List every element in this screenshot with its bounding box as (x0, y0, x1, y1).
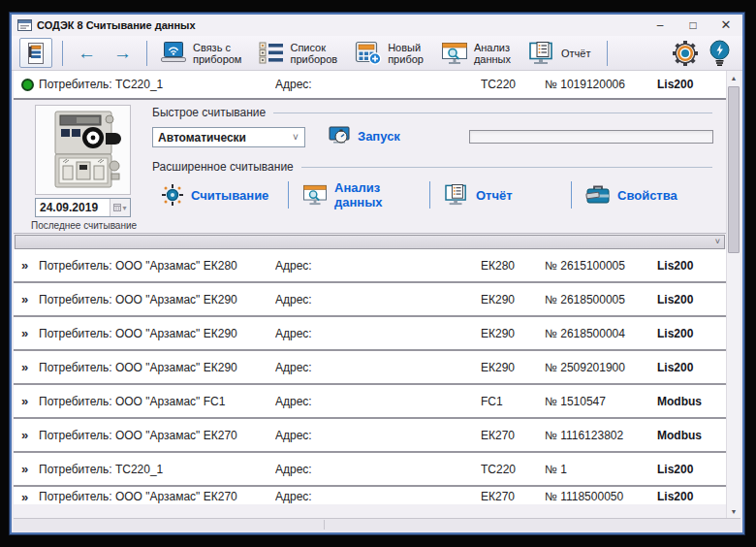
report-list-icon (27, 43, 45, 64)
start-button[interactable]: Запуск (329, 126, 400, 145)
report-icon (444, 184, 469, 206)
analysis-action-label: Анализ данных (334, 180, 429, 209)
collapse-expander-strip[interactable]: ˅ (15, 235, 725, 249)
read-action-button[interactable]: Считывание (147, 183, 288, 207)
toolbar-separator (62, 41, 63, 66)
device-row[interactable]: » Потребитель: ООО "Арзамас" ЕК290 Адрес… (14, 317, 726, 351)
device-row[interactable]: » Потребитель: ТС220_1 Адрес: ТС220 № 1 … (14, 453, 726, 487)
settings-gear-button[interactable] (672, 40, 699, 67)
toolbar-separator (607, 41, 608, 66)
analysis-button[interactable]: Анализ данных (433, 40, 520, 67)
consumer-name: Потребитель: ТС220_1 (39, 463, 275, 476)
last-reading-date: 24.09.2019 (36, 201, 110, 214)
device-row[interactable]: » Потребитель: ООО "Арзамас" FC1 Адрес: … (14, 385, 726, 419)
device-type: ЕК270 (481, 487, 545, 503)
report-menu-button[interactable] (19, 38, 52, 68)
last-reading-date-field[interactable]: 24.09.2019 ▾ (35, 198, 131, 217)
title-bar: СОДЭК 8 Считывание данных – □ ✕ (12, 15, 742, 36)
report-action-button[interactable]: Отчёт (430, 184, 571, 206)
address-label: Адрес: (275, 327, 481, 340)
device-type: ЕК290 (481, 361, 545, 374)
row-chevron-icon: » (21, 360, 39, 374)
report-icon (528, 42, 555, 65)
scroll-down-button[interactable]: ▼ (727, 504, 740, 519)
protocol: Lis200 (657, 487, 726, 503)
address-label: Адрес: (275, 395, 481, 408)
toolbar-right-group (672, 40, 739, 67)
address-label: Адрес: (275, 361, 481, 374)
scroll-up-button[interactable]: ▲ (727, 71, 740, 85)
laptop-wifi-icon (161, 42, 187, 64)
device-list-icon (259, 42, 284, 64)
device-row[interactable]: » Потребитель: ООО "Арзамас" ЕК290 Адрес… (14, 351, 726, 385)
serial-number: № 2615100005 (545, 259, 657, 273)
connection-button[interactable]: Связь с прибором (153, 40, 251, 67)
help-bulb-button[interactable] (709, 40, 731, 67)
consumer-name: Потребитель: ООО "Арзамас" ЕК270 (39, 429, 275, 442)
address-label: Адрес: (275, 259, 481, 273)
consumer-name: Потребитель: ООО "Арзамас" ЕК270 (39, 487, 275, 503)
address-label: Адрес: (275, 78, 481, 91)
device-row[interactable]: » Потребитель: ООО "Арзамас" ЕК280 Адрес… (14, 249, 726, 283)
consumer-name: Потребитель: ООО "Арзамас" ЕК280 (39, 259, 275, 273)
vertical-scrollbar[interactable]: ▲ ▼ (726, 71, 740, 519)
device-row[interactable]: » Потребитель: ООО "Арзамас" ЕК270 Адрес… (14, 487, 726, 504)
new-device-button[interactable]: Новый прибор (347, 39, 433, 67)
maximize-button[interactable]: □ (677, 15, 709, 36)
connection-label: Связь с прибором (193, 42, 241, 65)
properties-action-button[interactable]: Свойства (572, 184, 712, 206)
analysis-action-button[interactable]: Анализ данных (289, 180, 429, 209)
device-type: ТС220 (481, 463, 545, 476)
row-chevron-icon: » (21, 487, 39, 504)
row-chevron-icon: » (21, 394, 39, 408)
extended-actions-row: Считывание (147, 179, 712, 210)
serial-number: № 1116123802 (545, 429, 657, 442)
close-button[interactable]: ✕ (709, 15, 742, 36)
calendar-icon (113, 204, 121, 211)
main-toolbar: ← → Связь с прибором (12, 36, 742, 71)
chevron-down-icon: ˅ (715, 236, 720, 248)
protocol: Lis200 (657, 293, 726, 306)
address-label: Адрес: (275, 487, 481, 503)
device-photo (35, 105, 131, 195)
serial-number: № 2509201900 (545, 361, 657, 374)
device-row[interactable]: » Потребитель: ООО "Арзамас" ЕК290 Адрес… (14, 283, 726, 317)
analysis-label: Анализ данных (474, 42, 511, 65)
protocol: Lis200 (657, 327, 726, 340)
chevron-down-icon: ˅ (287, 132, 304, 143)
minimize-button[interactable]: – (644, 15, 677, 36)
protocol: Modbus (657, 429, 726, 442)
device-type: ЕК290 (481, 293, 545, 306)
row-chevron-icon: » (21, 462, 39, 476)
device-row[interactable]: » Потребитель: ООО "Арзамас" ЕК270 Адрес… (14, 419, 726, 453)
forward-button[interactable]: → (105, 39, 141, 67)
device-panel-column: Потребитель: ТС220_1 Адрес: ТС220 № 1019… (14, 71, 726, 519)
report-button[interactable]: Отчёт (520, 40, 600, 67)
device-list-button[interactable]: Список приборов (251, 40, 347, 67)
device-list: » Потребитель: ООО "Арзамас" ЕК280 Адрес… (14, 249, 726, 504)
content-area: Потребитель: ТС220_1 Адрес: ТС220 № 1019… (14, 71, 740, 531)
toolbar-separator (146, 41, 147, 66)
serial-number: № 2618500004 (545, 327, 657, 340)
start-monitor-icon (329, 126, 352, 145)
status-bar (14, 518, 740, 531)
device-detail-panel: 24.09.2019 ▾ Последнее считывание Быстро… (14, 100, 726, 234)
consumer-name: Потребитель: ТС220_1 (39, 78, 275, 91)
reading-mode-select[interactable]: Автоматически ˅ (152, 127, 305, 147)
analysis-icon (441, 42, 468, 65)
status-bar-divider (324, 520, 325, 530)
serial-number: № 2618500005 (545, 293, 657, 306)
serial-number: № 1019120006 (545, 78, 657, 91)
selected-consumer-row[interactable]: Потребитель: ТС220_1 Адрес: ТС220 № 1019… (14, 71, 726, 100)
extended-reading-group: Расширенное считывание (152, 160, 712, 174)
address-label: Адрес: (275, 429, 481, 442)
device-type: ЕК290 (481, 327, 545, 340)
protocol: Lis200 (657, 259, 726, 273)
calendar-dropdown-button[interactable]: ▾ (110, 199, 130, 216)
last-reading-caption: Последнее считывание (31, 220, 137, 231)
back-button[interactable]: ← (69, 39, 105, 67)
scrollbar-thumb[interactable] (728, 86, 740, 253)
app-window: СОДЭК 8 Считывание данных – □ ✕ ← → (10, 13, 744, 534)
address-label: Адрес: (275, 463, 481, 476)
properties-case-icon (585, 184, 611, 206)
